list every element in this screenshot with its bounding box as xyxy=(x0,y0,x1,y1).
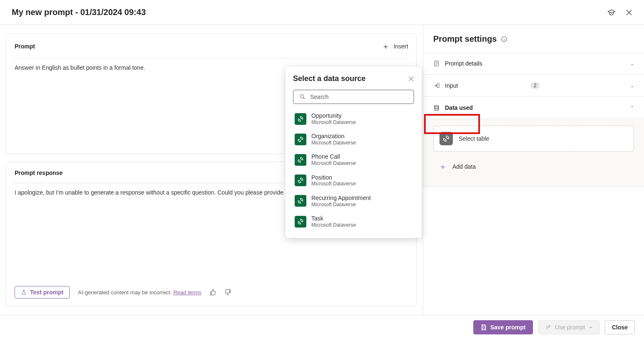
beaker-icon xyxy=(21,289,27,295)
popup-header: Select a data source xyxy=(293,74,414,83)
chevron-down-icon xyxy=(588,325,593,329)
dataverse-icon xyxy=(439,132,453,145)
data-source-sub: Microsoft Dataverse xyxy=(311,202,371,207)
chevron-down-icon: ⌄ xyxy=(630,61,634,66)
insert-button[interactable]: ＋ Insert xyxy=(382,41,408,51)
dataverse-icon xyxy=(295,154,306,166)
add-data-button[interactable]: ＋ Add data xyxy=(433,156,634,177)
test-prompt-label: Test prompt xyxy=(30,289,63,296)
data-source-sub: Microsoft Dataverse xyxy=(311,222,356,228)
header-actions xyxy=(607,8,632,17)
dataverse-icon xyxy=(295,216,306,228)
data-source-sub: Microsoft Dataverse xyxy=(311,160,356,166)
response-card-title: Prompt response xyxy=(15,170,63,176)
dataverse-icon xyxy=(295,195,306,207)
accordion-label: Prompt details xyxy=(445,60,625,67)
close-icon[interactable] xyxy=(626,9,632,16)
use-prompt-button: Use prompt xyxy=(538,320,600,334)
data-source-item[interactable]: Opportunity Microsoft Dataverse xyxy=(293,110,414,128)
database-icon xyxy=(433,104,440,111)
accordion-data-used[interactable]: Data used ⌃ Select table ＋ Add data xyxy=(423,97,644,187)
data-source-sub: Microsoft Dataverse xyxy=(311,119,356,125)
save-prompt-button[interactable]: Save prompt xyxy=(473,320,533,334)
data-used-body: Select table ＋ Add data xyxy=(423,119,644,187)
svg-point-3 xyxy=(434,105,438,107)
test-prompt-button[interactable]: Test prompt xyxy=(15,286,70,299)
data-source-list: Opportunity Microsoft Dataverse Organiza… xyxy=(293,110,414,230)
prompt-card-title: Prompt xyxy=(15,43,35,50)
data-source-item[interactable]: Organization Microsoft Dataverse xyxy=(293,130,414,148)
data-source-sub: Microsoft Dataverse xyxy=(311,181,356,187)
page-title: My new prompt - 01/31/2024 09:43 xyxy=(12,8,146,17)
data-source-name: Position xyxy=(311,174,356,181)
svg-rect-2 xyxy=(437,83,439,87)
plus-icon: ＋ xyxy=(439,162,447,172)
add-data-label: Add data xyxy=(452,163,476,170)
chevron-up-icon: ⌃ xyxy=(630,105,634,111)
data-source-item[interactable]: Recurring Appointment Microsoft Datavers… xyxy=(293,192,414,210)
accordion-label: Data used xyxy=(445,104,625,111)
data-source-name: Opportunity xyxy=(311,112,356,119)
insert-label: Insert xyxy=(394,43,408,50)
graduation-icon[interactable] xyxy=(607,8,616,17)
flow-icon xyxy=(545,324,552,331)
dataverse-icon xyxy=(295,113,306,125)
svg-point-4 xyxy=(301,95,304,98)
accordion-prompt-details[interactable]: Prompt details ⌄ xyxy=(423,53,644,75)
data-source-name: Task xyxy=(311,215,356,222)
data-source-popup: Select a data source Opportunity Microso… xyxy=(285,67,422,238)
ai-note: AI-generated content may be incorrect. R… xyxy=(78,289,202,296)
settings-panel: Prompt settings Prompt details ⌄ Input 2… xyxy=(423,25,644,315)
dataverse-icon xyxy=(295,134,306,145)
data-source-item[interactable]: Task Microsoft Dataverse xyxy=(293,213,414,230)
footer-bar: Save prompt Use prompt Close xyxy=(0,315,644,339)
thumbs-down-icon[interactable] xyxy=(225,289,231,296)
data-source-sub: Microsoft Dataverse xyxy=(311,140,356,146)
accordion-label: Input xyxy=(445,82,525,89)
data-source-item[interactable]: Position Microsoft Dataverse xyxy=(293,172,414,190)
data-source-name: Organization xyxy=(311,133,356,140)
header-bar: My new prompt - 01/31/2024 09:43 xyxy=(0,0,644,25)
dataverse-icon xyxy=(295,175,306,186)
response-footer: Test prompt AI-generated content may be … xyxy=(15,280,408,299)
data-source-item[interactable]: Phone Call Microsoft Dataverse xyxy=(293,151,414,169)
popup-close-icon[interactable] xyxy=(408,76,414,82)
search-icon xyxy=(299,94,306,100)
settings-header: Prompt settings xyxy=(423,25,644,53)
read-terms-link[interactable]: Read terms xyxy=(173,289,201,296)
data-source-name: Recurring Appointment xyxy=(311,195,371,202)
save-prompt-label: Save prompt xyxy=(490,324,526,331)
info-icon[interactable] xyxy=(501,36,508,43)
close-label: Close xyxy=(612,324,628,331)
search-input-wrapper[interactable] xyxy=(293,90,414,104)
chevron-down-icon: ⌄ xyxy=(630,83,634,89)
plus-icon: ＋ xyxy=(382,41,389,51)
save-icon xyxy=(480,324,487,331)
input-icon xyxy=(433,82,440,89)
select-table-label: Select table xyxy=(459,135,489,142)
use-prompt-label: Use prompt xyxy=(555,324,585,331)
input-count-badge: 2 xyxy=(530,82,540,89)
search-input[interactable] xyxy=(310,94,408,100)
popup-title: Select a data source xyxy=(293,74,366,83)
document-icon xyxy=(433,60,440,67)
accordion-input[interactable]: Input 2 ⌄ xyxy=(423,75,644,97)
thumbs-up-icon[interactable] xyxy=(210,289,216,296)
select-table-button[interactable]: Select table xyxy=(433,126,634,152)
prompt-card-header: Prompt ＋ Insert xyxy=(15,41,408,58)
data-source-name: Phone Call xyxy=(311,153,356,160)
close-button[interactable]: Close xyxy=(605,320,635,334)
settings-title: Prompt settings xyxy=(433,34,497,44)
